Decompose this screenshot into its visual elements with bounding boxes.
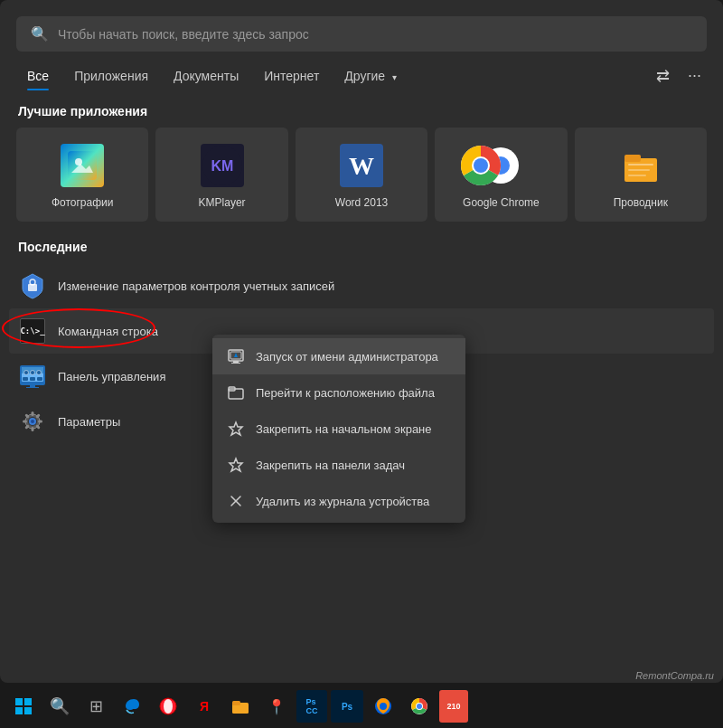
ctx-pin-task-icon	[227, 456, 245, 474]
svg-rect-59	[232, 701, 240, 705]
recent-item-uac[interactable]: Изменение параметров контроля учетных за…	[9, 263, 714, 308]
chrome-svg2	[461, 146, 501, 185]
svg-rect-35	[38, 421, 42, 423]
tab-docs[interactable]: Документы	[163, 63, 249, 89]
svg-rect-14	[624, 155, 641, 162]
ctrl-label: Панель управления	[58, 370, 165, 383]
app-tile-km[interactable]: KM KMPlayer	[155, 128, 287, 222]
word-label: Word 2013	[335, 196, 388, 209]
more-icon[interactable]: ···	[682, 62, 707, 90]
app-tile-word[interactable]: W Word 2013	[296, 128, 427, 222]
svg-point-42	[31, 420, 34, 423]
ctrl-svg	[19, 363, 46, 390]
context-menu: Запуск от имени администратора Перейти к…	[212, 335, 465, 523]
ctx-folder-label: Перейти к расположению файла	[256, 386, 435, 400]
tab-apps[interactable]: Приложения	[63, 63, 159, 89]
pin-task-svg	[228, 457, 244, 473]
taskbar-yandex-icon[interactable]: Я	[188, 690, 221, 723]
folder-icon-svg	[228, 384, 244, 401]
ctx-go-to-file[interactable]: Перейти к расположению файла	[212, 374, 465, 411]
svg-point-26	[31, 371, 35, 375]
ctx-pin-task-label: Закрепить на панели задач	[256, 459, 405, 472]
taskbar-search-icon[interactable]: 🔍	[43, 690, 76, 723]
remove-icon-svg	[228, 493, 244, 509]
pin-start-svg	[228, 421, 244, 437]
ctx-pin-taskbar[interactable]: Закрепить на панели задач	[212, 447, 465, 483]
taskbar-opera-icon[interactable]	[152, 690, 184, 723]
svg-rect-33	[32, 411, 34, 416]
exp-tb-svg	[231, 697, 249, 715]
app-tile-explorer[interactable]: Проводник	[575, 128, 707, 222]
svg-text:W: W	[349, 152, 374, 180]
explorer-label: Проводник	[614, 196, 668, 209]
ctx-folder-icon	[227, 383, 245, 402]
app-grid: Фотографии KM KMPlayer W Word 2013	[0, 128, 723, 240]
settings-icon	[18, 407, 47, 436]
ctx-admin-icon	[227, 347, 245, 365]
chrome-tb-svg	[410, 697, 428, 715]
taskbar-firefox-icon[interactable]	[367, 690, 399, 723]
search-icon: 🔍	[31, 25, 49, 43]
chevron-down-icon: ▾	[392, 72, 397, 82]
ctx-pin-start-label: Закрепить на начальном экране	[256, 422, 432, 436]
taskbar-maps-icon[interactable]: 📍	[260, 690, 293, 723]
admin-icon-svg	[228, 348, 244, 364]
ctx-remove[interactable]: Удалить из журнала устройства	[212, 483, 465, 519]
share-icon[interactable]: ⇄	[651, 62, 675, 90]
tab-all[interactable]: Все	[16, 63, 60, 89]
tab-other[interactable]: Другие ▾	[333, 63, 408, 89]
svg-rect-17	[628, 175, 646, 176]
svg-rect-51	[15, 698, 23, 705]
svg-text:KM: KM	[211, 158, 233, 174]
svg-rect-45	[233, 361, 239, 363]
taskbar-chrome-tb-icon[interactable]	[403, 690, 436, 723]
svg-rect-28	[23, 377, 28, 381]
svg-rect-15	[628, 164, 653, 165]
svg-point-12	[474, 158, 488, 173]
app-tile-chrome[interactable]: Google Chrome	[435, 128, 567, 222]
svg-rect-16	[628, 169, 650, 171]
ctx-admin-label: Запуск от имени администратора	[256, 350, 438, 364]
taskbar-explorer-icon[interactable]	[224, 690, 257, 723]
ctx-pin-start[interactable]: Закрепить на начальном экране	[212, 411, 465, 447]
svg-rect-29	[30, 377, 35, 381]
ctx-pin-start-icon	[227, 420, 245, 438]
chrome-icon	[479, 144, 522, 187]
svg-rect-46	[231, 363, 240, 364]
svg-point-27	[37, 371, 42, 375]
word-svg: W	[342, 146, 381, 185]
tab-internet[interactable]: Интернет	[253, 63, 330, 89]
ctx-run-as-admin[interactable]: Запуск от имени администратора	[212, 338, 465, 374]
search-bar[interactable]: 🔍	[16, 16, 707, 52]
taskbar-ps-icon[interactable]: Ps	[331, 690, 363, 723]
uac-svg	[19, 272, 46, 299]
watermark: RemontCompa.ru	[635, 670, 714, 681]
taskbar-windows-icon[interactable]	[7, 690, 40, 723]
best-apps-title: Лучшие приложения	[0, 104, 723, 128]
svg-rect-30	[37, 377, 42, 381]
nav-actions: ⇄ ···	[651, 62, 707, 90]
svg-rect-39	[23, 421, 27, 423]
cmd-label: Командная строка	[58, 325, 158, 338]
taskbar-edge-icon[interactable]	[116, 690, 148, 723]
km-label: KMPlayer	[199, 196, 246, 209]
win-logo-svg	[14, 697, 33, 715]
ctx-remove-icon	[227, 492, 245, 510]
ctx-remove-label: Удалить из журнала устройства	[256, 495, 429, 508]
svg-rect-37	[32, 427, 34, 431]
taskbar-num-icon[interactable]: 210	[439, 690, 468, 723]
search-input[interactable]	[58, 27, 692, 42]
svg-point-61	[380, 703, 387, 710]
nav-tabs: Все Приложения Документы Интернет Другие…	[0, 62, 723, 90]
svg-rect-23	[30, 385, 35, 387]
km-icon: KM	[201, 144, 244, 187]
edge-svg	[123, 697, 141, 715]
explorer-svg	[621, 146, 661, 185]
app-tile-photos[interactable]: Фотографии	[16, 128, 148, 222]
taskbar-taskview-icon[interactable]: ⊞	[80, 690, 112, 723]
svg-point-64	[417, 704, 422, 709]
photos-svg	[68, 151, 97, 180]
ctrl-icon	[18, 362, 47, 391]
taskbar-ps-cc-icon[interactable]: PsCC	[296, 690, 327, 723]
explorer-icon	[619, 144, 662, 187]
